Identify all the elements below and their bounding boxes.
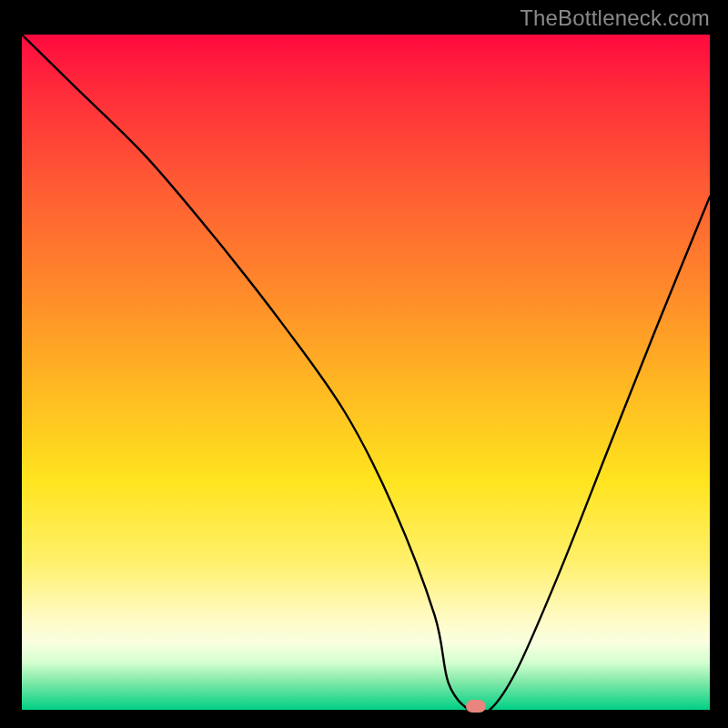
chart-frame: TheBottleneck.com: [0, 0, 728, 728]
attribution-text: TheBottleneck.com: [520, 5, 710, 31]
plot-area: [22, 35, 710, 710]
bottleneck-curve: [22, 35, 710, 710]
optimal-marker: [466, 700, 486, 713]
